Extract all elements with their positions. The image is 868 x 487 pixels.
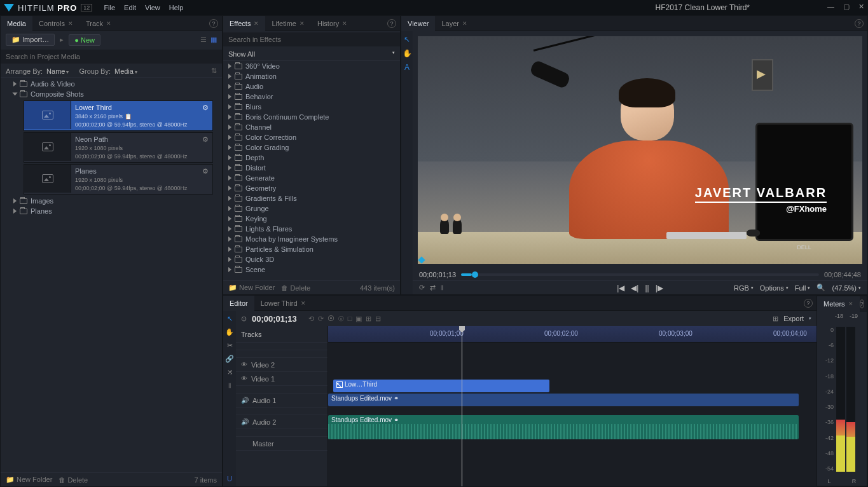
effect-category[interactable]: Gradients & Fills: [223, 193, 400, 203]
ripple-icon[interactable]: ⇄: [430, 284, 436, 292]
hand-tool-icon[interactable]: ✋: [403, 49, 412, 58]
tab-history[interactable]: History✕: [311, 16, 354, 31]
folder-images[interactable]: Images: [1, 196, 222, 206]
folder-audio-video[interactable]: Audio & Video: [1, 79, 222, 89]
effect-category[interactable]: Animation: [223, 71, 400, 81]
tab-track[interactable]: Track✕: [79, 16, 118, 31]
effect-category[interactable]: Grunge: [223, 203, 400, 214]
new-folder-button[interactable]: 📁 New Folder: [6, 476, 52, 484]
zoom-icon[interactable]: 🔍: [816, 284, 825, 292]
effect-category[interactable]: Particles & Simulation: [223, 244, 400, 254]
tab-media[interactable]: Media: [1, 16, 32, 31]
tl-icon[interactable]: ⟳: [318, 315, 324, 323]
show-all-select[interactable]: Show All: [228, 50, 255, 58]
timeline-options-icon[interactable]: ⊙: [241, 315, 247, 323]
menu-file[interactable]: File: [104, 4, 115, 11]
gear-icon[interactable]: ⚙: [202, 135, 209, 144]
effect-category[interactable]: 360° Video: [223, 61, 400, 71]
menu-help[interactable]: Help: [169, 4, 184, 11]
play-pause-icon[interactable]: ||: [645, 284, 649, 292]
close-icon[interactable]: ✕: [858, 3, 864, 11]
help-icon[interactable]: ?: [387, 19, 396, 28]
text-tool-icon[interactable]: A: [404, 63, 410, 72]
snap-icon[interactable]: ⫴: [441, 284, 444, 292]
tab-editor[interactable]: Editor: [223, 296, 254, 311]
scrub-bar[interactable]: [461, 273, 819, 276]
zoom-select[interactable]: (47.5%)▾: [832, 284, 861, 292]
track-audio2[interactable]: 🔊Audio 2: [236, 415, 327, 429]
track-video1[interactable]: 👁Video 1: [236, 372, 327, 386]
tl-icon[interactable]: □: [348, 315, 352, 323]
media-item-neon-path[interactable]: Neon Path 1920 x 1080 pixels 00;00;02;00…: [24, 132, 213, 163]
quality-select[interactable]: Full▾: [795, 284, 811, 292]
effect-category[interactable]: Scene: [223, 264, 400, 275]
timeline-timecode[interactable]: 00;00;01;13: [252, 314, 297, 324]
speaker-icon[interactable]: 🔊: [241, 418, 249, 425]
tab-meters[interactable]: Meters✕: [817, 296, 860, 312]
chevron-down-icon[interactable]: ▾: [392, 50, 395, 58]
eye-icon[interactable]: 👁: [241, 361, 247, 368]
timeline-ruler[interactable]: 00;00;01;00 00;00;02;00 00;00;03;00 00;0…: [328, 326, 816, 343]
effect-category[interactable]: Mocha by Imagineer Systems: [223, 234, 400, 244]
media-item-planes[interactable]: Planes 1920 x 1080 pixels 00;00;02;00 @ …: [24, 164, 213, 195]
group-by-select[interactable]: Media: [114, 67, 137, 75]
maximize-icon[interactable]: ▢: [843, 3, 850, 11]
effect-category[interactable]: Color Grading: [223, 142, 400, 153]
effect-category[interactable]: Blurs: [223, 102, 400, 112]
tl-icon[interactable]: ⦾: [338, 315, 344, 323]
media-item-lower-third[interactable]: Lower Third 3840 x 2160 pixels 📋 00;00;0…: [24, 100, 213, 131]
snap-tool-icon[interactable]: ⫴: [228, 381, 231, 390]
export-layout-icon[interactable]: ⊞: [773, 315, 778, 323]
delete-button[interactable]: 🗑 Delete: [281, 284, 310, 292]
step-back-icon[interactable]: ◀|: [631, 284, 638, 292]
rate-tool-icon[interactable]: ⤨: [227, 368, 233, 376]
tab-controls[interactable]: Controls✕: [32, 16, 79, 31]
effect-category[interactable]: Boris Continuum Complete: [223, 112, 400, 122]
tl-icon[interactable]: ⊟: [375, 315, 381, 323]
gear-icon[interactable]: ⚙: [202, 167, 209, 175]
timeline-tracks[interactable]: 00;00;01;00 00;00;02;00 00;00;03;00 00;0…: [328, 326, 816, 486]
step-fwd-icon[interactable]: |▶: [656, 284, 663, 292]
help-icon[interactable]: ?: [855, 19, 864, 28]
list-view-icon[interactable]: ☰: [200, 36, 207, 44]
menu-edit[interactable]: Edit: [124, 4, 136, 11]
track-audio1[interactable]: 🔊Audio 1: [236, 394, 327, 408]
track-video2[interactable]: 👁Video 2: [236, 358, 327, 372]
grid-view-icon[interactable]: ▦: [210, 36, 217, 44]
tab-layer[interactable]: Layer✕: [435, 16, 474, 31]
tl-icon[interactable]: ⦿: [327, 315, 334, 323]
options-select[interactable]: Options▾: [760, 284, 789, 292]
folder-composite-shots[interactable]: Composite Shots: [1, 89, 222, 99]
gear-icon[interactable]: ⚙: [202, 104, 209, 112]
effect-category[interactable]: Behavior: [223, 92, 400, 102]
effect-category[interactable]: Color Correction: [223, 132, 400, 142]
effect-category[interactable]: Audio: [223, 81, 400, 92]
sort-icon[interactable]: ⇅: [211, 67, 217, 75]
tl-icon[interactable]: ⊞: [366, 315, 371, 323]
tab-lifetime[interactable]: Lifetime✕: [265, 16, 311, 31]
new-button[interactable]: ● New: [69, 34, 100, 46]
effect-category[interactable]: Keying: [223, 214, 400, 224]
effect-category[interactable]: Channel: [223, 122, 400, 132]
help-icon[interactable]: ?: [804, 299, 813, 308]
viewport[interactable]: JAVERT VALBARR @FXhome: [418, 36, 862, 264]
magnet-icon[interactable]: U: [227, 475, 232, 483]
effect-category[interactable]: Geometry: [223, 183, 400, 193]
folder-planes[interactable]: Planes: [1, 206, 222, 216]
pointer-tool-icon[interactable]: ↖: [404, 35, 410, 44]
new-folder-button[interactable]: 📁 New Folder: [228, 284, 275, 292]
tab-lower-third[interactable]: Lower Third✕: [254, 296, 312, 311]
loop-icon[interactable]: ⟳: [419, 284, 425, 292]
tl-icon[interactable]: ▣: [355, 315, 362, 323]
channel-select[interactable]: RGB▾: [734, 284, 754, 292]
effect-category[interactable]: Distort: [223, 163, 400, 173]
minimize-icon[interactable]: —: [827, 3, 834, 11]
help-icon[interactable]: ?: [860, 299, 864, 308]
tab-viewer[interactable]: Viewer: [401, 16, 435, 31]
template-icon[interactable]: ▸: [60, 36, 64, 44]
delete-button[interactable]: 🗑 Delete: [59, 476, 88, 484]
import-button[interactable]: 📁 Import…: [6, 34, 55, 46]
clip-standups-video[interactable]: Standups Edited.mov ⚭: [328, 394, 799, 406]
effect-category[interactable]: Quick 3D: [223, 254, 400, 264]
clip-lower-third[interactable]: Low…Third: [333, 380, 549, 392]
